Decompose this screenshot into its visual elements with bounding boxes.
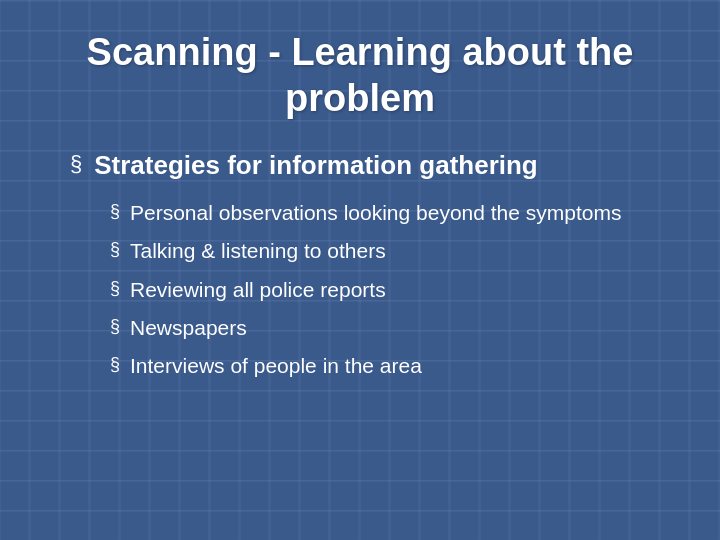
sub-bullet-text-3: Reviewing all police reports — [130, 276, 386, 304]
title-area: Scanning - Learning about the problem — [50, 30, 670, 121]
main-bullet-text: Strategies for information gathering — [94, 149, 538, 183]
sub-bullet-3: § Reviewing all police reports — [110, 276, 670, 304]
slide: Scanning - Learning about the problem § … — [0, 0, 720, 540]
sub-bullet-4: § Newspapers — [110, 314, 670, 342]
sub-bullet-icon-2: § — [110, 239, 120, 260]
sub-bullet-text-2: Talking & listening to others — [130, 237, 386, 265]
sub-bullet-icon-5: § — [110, 354, 120, 375]
sub-bullet-icon-1: § — [110, 201, 120, 222]
sub-bullet-text-4: Newspapers — [130, 314, 247, 342]
sub-bullet-text-1: Personal observations looking beyond the… — [130, 199, 621, 227]
title-line2: problem — [285, 77, 435, 119]
content-area: § Strategies for information gathering §… — [50, 149, 670, 381]
sub-bullet-icon-4: § — [110, 316, 120, 337]
sub-bullet-2: § Talking & listening to others — [110, 237, 670, 265]
sub-bullet-5: § Interviews of people in the area — [110, 352, 670, 380]
slide-title: Scanning - Learning about the problem — [50, 30, 670, 121]
main-bullet: § Strategies for information gathering — [70, 149, 670, 183]
main-bullet-icon: § — [70, 151, 82, 177]
sub-bullets-list: § Personal observations looking beyond t… — [70, 199, 670, 381]
sub-bullet-1: § Personal observations looking beyond t… — [110, 199, 670, 227]
title-line1: Scanning - Learning about the — [87, 31, 634, 73]
sub-bullet-icon-3: § — [110, 278, 120, 299]
sub-bullet-text-5: Interviews of people in the area — [130, 352, 422, 380]
